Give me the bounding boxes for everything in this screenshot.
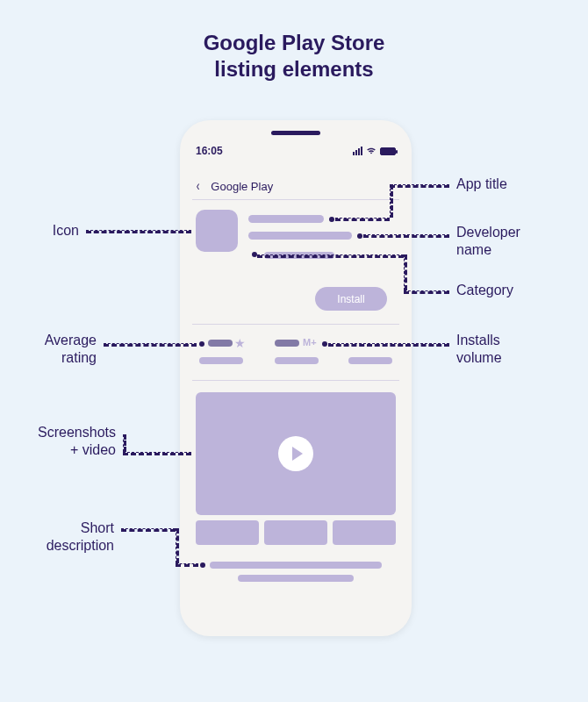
screenshot-thumb: [264, 520, 327, 545]
connector: [176, 563, 198, 567]
app-title-placeholder: [248, 215, 324, 223]
label-app-title: App title: [456, 176, 507, 193]
nav-row: ‹ Google Play: [196, 178, 396, 194]
diagram-title: Google Play Store listing elements: [0, 0, 588, 82]
installs-value-placeholder: [275, 340, 299, 347]
title-line1: Google Play Store: [0, 30, 588, 56]
label-category: Category: [456, 282, 513, 299]
short-description-placeholder: [210, 562, 382, 569]
video-placeholder[interactable]: [196, 392, 396, 515]
battery-icon: [380, 147, 396, 155]
label-icon: Icon: [26, 222, 79, 240]
play-icon: [278, 436, 313, 471]
connector: [86, 230, 191, 233]
metric-label-placeholder: [275, 357, 319, 364]
connector: [121, 528, 176, 532]
label-developer: Developername: [456, 224, 520, 259]
status-bar: 16:05: [196, 145, 396, 157]
app-icon-placeholder: [196, 210, 238, 252]
connector: [390, 184, 449, 188]
callout-dot: [200, 562, 205, 568]
metric-label-placeholder: [199, 357, 243, 364]
connector: [123, 452, 191, 455]
screenshot-thumb: [333, 520, 396, 545]
signal-icon: [353, 147, 362, 155]
callout-dot: [322, 341, 327, 347]
connector: [176, 528, 179, 563]
install-button[interactable]: Install: [315, 287, 387, 311]
back-icon[interactable]: ‹: [197, 178, 200, 194]
status-icons: [353, 147, 396, 155]
connector: [123, 434, 126, 452]
installs-suffix: M+: [303, 337, 317, 347]
phone-notch: [271, 131, 320, 135]
screenshot-thumb: [196, 520, 259, 545]
star-icon: ★: [234, 336, 246, 350]
title-line2: listing elements: [0, 56, 588, 82]
phone-mockup: 16:05 ‹ Google Play Install ★ M+: [180, 120, 412, 636]
label-screenshots: Screenshots+ video: [4, 424, 116, 459]
connector: [104, 343, 197, 347]
connector: [404, 254, 407, 290]
wifi-icon: [366, 147, 376, 155]
callout-dot: [199, 341, 204, 347]
metric-label-placeholder: [348, 357, 392, 364]
connector: [390, 184, 393, 218]
nav-title: Google Play: [211, 180, 273, 193]
divider: [192, 199, 399, 200]
connector: [335, 218, 390, 221]
divider: [192, 324, 399, 325]
label-avg-rating: Averagerating: [9, 332, 97, 367]
callout-dot: [357, 233, 362, 239]
status-time: 16:05: [196, 145, 223, 157]
connector: [328, 343, 449, 347]
callout-dot: [329, 217, 334, 222]
divider: [192, 380, 399, 381]
connector: [363, 234, 449, 238]
rating-value-placeholder: [208, 340, 233, 347]
developer-name-placeholder: [248, 232, 352, 240]
label-installs: Installsvolume: [456, 332, 502, 367]
connector: [404, 290, 449, 294]
short-description-placeholder: [238, 575, 354, 582]
label-short-desc: Shortdescription: [9, 519, 114, 555]
connector: [257, 254, 404, 258]
